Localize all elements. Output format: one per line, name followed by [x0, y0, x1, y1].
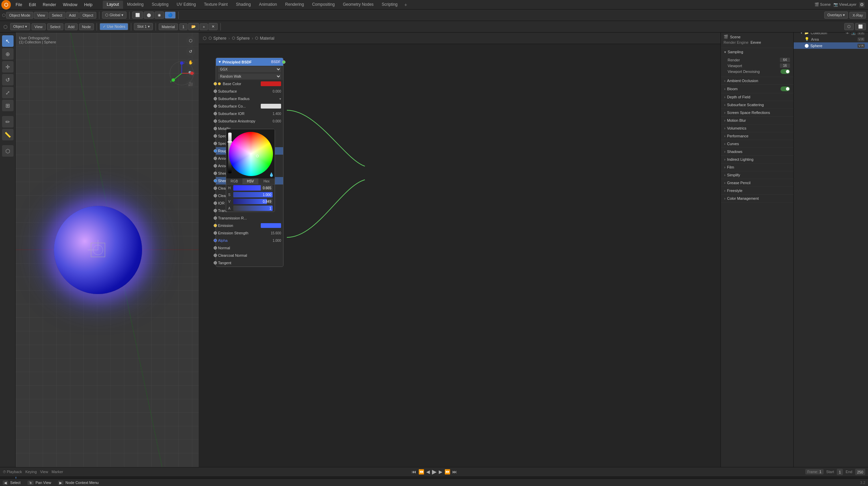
mat-num-btn[interactable]: 1	[179, 23, 188, 30]
node-editor-area[interactable]: ⬡ ⬡ Sphere › ⬡ Sphere › ⬡ Material ≪ ▾	[199, 33, 793, 467]
emission-row[interactable]: Emission	[216, 222, 283, 229]
annotate-tool-btn[interactable]: ✏	[2, 116, 14, 128]
tab-layout[interactable]: Layout	[103, 1, 123, 9]
motion-blur-header[interactable]: › Motion Blur	[721, 117, 793, 124]
emission-swatch[interactable]	[261, 223, 281, 228]
curves-header[interactable]: › Curves	[721, 140, 793, 148]
breadcrumb-sphere1[interactable]: ⬡ Sphere	[209, 36, 226, 41]
freestyle-header[interactable]: › Freestyle	[721, 187, 793, 194]
node-overlays-btn[interactable]: ⬡	[844, 23, 854, 30]
base-color-input-dot[interactable]	[214, 82, 217, 85]
add-workspace-btn[interactable]: +	[402, 1, 410, 9]
shadows-header[interactable]: › Shadows	[721, 148, 793, 155]
film-header[interactable]: › Film	[721, 163, 793, 171]
material-name-btn[interactable]: Material	[159, 23, 178, 30]
subsurface-radius-dot[interactable]	[214, 97, 217, 100]
breadcrumb-sphere2[interactable]: ⬡ Sphere	[232, 36, 250, 41]
metallic-dot[interactable]	[214, 127, 217, 130]
base-color-row[interactable]: Base Color	[216, 80, 283, 88]
simplify-header[interactable]: › Simplify	[721, 171, 793, 179]
ssr-header[interactable]: › Screen Space Reflections	[721, 109, 793, 116]
transmission-dot[interactable]	[214, 209, 217, 212]
tab-rendering[interactable]: Rendering	[281, 1, 308, 9]
tangent-dot[interactable]	[214, 261, 217, 265]
tab-modeling[interactable]: Modeling	[123, 1, 148, 9]
add-primitive-btn[interactable]: ⬡	[2, 145, 14, 157]
playback-label[interactable]: Playback	[7, 470, 22, 474]
slot-btn[interactable]: Slot 1 ▾	[134, 23, 153, 30]
subsurface-anisotropy-dot[interactable]	[214, 119, 217, 123]
mat-browse-btn[interactable]: 📂	[188, 23, 199, 30]
transform-tool-btn[interactable]: ⊞	[2, 100, 14, 111]
sheen-tint-dot[interactable]	[214, 179, 217, 182]
base-color-swatch[interactable]	[261, 81, 281, 86]
alpha-row[interactable]: Alpha 1.000	[216, 237, 283, 244]
normal-row[interactable]: Normal	[216, 244, 283, 252]
subsurface-row[interactable]: Subsurface 0.000	[216, 88, 283, 95]
sampling-header[interactable]: ▾ Sampling	[721, 48, 793, 56]
tab-compositing[interactable]: Compositing	[308, 1, 339, 9]
subsurface-co-row[interactable]: Subsurface Co...	[216, 102, 283, 110]
bloom-header[interactable]: › Bloom	[721, 85, 793, 93]
add-menu-btn[interactable]: Add	[66, 12, 79, 19]
next-keyframe-btn[interactable]: ▶	[439, 469, 442, 474]
tab-scripting[interactable]: Scripting	[378, 1, 402, 9]
s-slider[interactable]: 1.000	[233, 192, 273, 197]
area-item[interactable]: 💡 Area V R	[794, 36, 868, 42]
grease-pencil-header[interactable]: › Grease Pencil	[721, 179, 793, 187]
subsurface-anisotropy-row[interactable]: Subsurface Anisotropy 0.000	[216, 117, 283, 125]
node-zoom-btn[interactable]: ⬜	[855, 23, 866, 30]
sheen-dot[interactable]	[214, 172, 217, 175]
indirect-lighting-header[interactable]: › Indirect Lighting	[721, 156, 793, 163]
view-menu-btn[interactable]: View	[34, 12, 48, 19]
menu-edit[interactable]: Edit	[25, 1, 39, 8]
tab-animation[interactable]: Animation	[255, 1, 281, 9]
sphere-item[interactable]: ⬤ Sphere V R	[794, 42, 868, 49]
hex-tab[interactable]: Hex	[258, 178, 275, 184]
cursor-tool-btn[interactable]: ⊕	[2, 48, 14, 60]
mat-del-btn[interactable]: ✕	[209, 23, 218, 30]
emission-strength-dot[interactable]	[214, 231, 217, 235]
subsurface-co-swatch[interactable]	[261, 104, 281, 109]
color-management-header[interactable]: › Color Management	[721, 195, 793, 202]
transmission-r-row[interactable]: Transmission R...	[216, 214, 283, 222]
object-mode-btn[interactable]: Object Mode	[6, 12, 33, 19]
emission-strength-row[interactable]: Emission Strength 15.600	[216, 229, 283, 237]
alpha-dot[interactable]	[214, 239, 217, 242]
tangent-row[interactable]: Tangent	[216, 259, 283, 267]
mat-new-btn[interactable]: +	[200, 23, 208, 30]
anisotropic-dot[interactable]	[214, 157, 217, 160]
clearcoat-normal-row[interactable]: Clearcoat Normal	[216, 252, 283, 259]
current-frame-field[interactable]: Frame: 1	[805, 469, 824, 474]
ggx-row[interactable]: GGX	[216, 66, 283, 73]
tab-geometry-nodes[interactable]: Geometry Nodes	[339, 1, 378, 9]
object-type-btn[interactable]: Object ▾	[10, 23, 30, 30]
clearcoat-normal-dot[interactable]	[214, 254, 217, 257]
jump-end-btn[interactable]: ⏭	[452, 469, 457, 474]
rendered-btn[interactable]: 🔵	[165, 12, 176, 19]
scene-settings-btn[interactable]: ⚙	[859, 2, 865, 7]
volumetrics-header[interactable]: › Volumetrics	[721, 124, 793, 132]
specular-dot[interactable]	[214, 134, 217, 138]
menu-window[interactable]: Window	[59, 1, 81, 8]
start-frame-field[interactable]: 1	[837, 469, 843, 475]
subsurface-co-dot[interactable]	[214, 104, 217, 108]
ambient-occlusion-header[interactable]: › Ambient Occlusion	[721, 77, 793, 84]
jump-start-btn[interactable]: ⏮	[412, 469, 416, 474]
performance-header[interactable]: › Performance	[721, 132, 793, 140]
measure-tool-btn[interactable]: 📏	[2, 129, 14, 140]
end-frame-field[interactable]: 250	[855, 469, 865, 475]
specular-tint-dot[interactable]	[214, 142, 217, 145]
scale-tool-btn[interactable]: ⤢	[2, 87, 14, 98]
wireframe-btn[interactable]: ⬜	[132, 12, 143, 19]
rgb-tab[interactable]: RGB	[226, 178, 242, 184]
ior-dot[interactable]	[214, 201, 217, 205]
subsurface-dot[interactable]	[214, 90, 217, 93]
orbit-btn[interactable]: ↺	[186, 47, 195, 56]
tab-uv-editing[interactable]: UV Editing	[173, 1, 200, 9]
subsurface-ior-dot[interactable]	[214, 112, 217, 115]
hsv-tab[interactable]: HSV	[242, 178, 259, 184]
use-nodes-btn[interactable]: ✓ Use Nodes	[100, 23, 128, 30]
viewport-prop-val[interactable]: 16	[780, 63, 790, 68]
node-canvas[interactable]: ▾ Principled BSDF BSDF GGX Random Walk	[199, 44, 793, 467]
